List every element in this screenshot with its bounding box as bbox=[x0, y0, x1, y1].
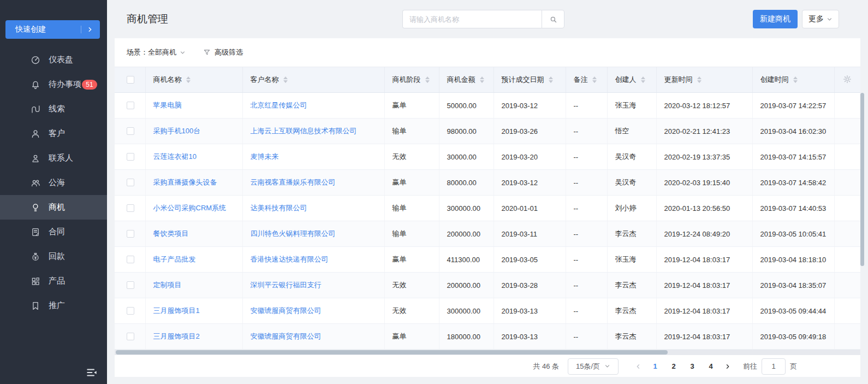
row-checkbox[interactable] bbox=[127, 204, 134, 212]
sidebar-item-opportunity[interactable]: 商机 bbox=[0, 195, 107, 220]
row-checkbox[interactable] bbox=[127, 179, 134, 186]
gear-icon[interactable] bbox=[843, 75, 852, 84]
caret-up-icon[interactable] bbox=[549, 76, 553, 79]
sort-control[interactable] bbox=[793, 76, 798, 83]
cell-text-expected_date: 2019-03-20 bbox=[502, 153, 538, 161]
caret-up-icon[interactable] bbox=[283, 76, 288, 79]
cell-text-expected_date: 2019-03-11 bbox=[502, 230, 538, 238]
opportunity-name-link[interactable]: 小米公司采购CRM系统 bbox=[153, 204, 227, 212]
collapse-sidebar-icon[interactable] bbox=[85, 367, 98, 379]
sidebar-item-dashboard[interactable]: 仪表盘 bbox=[0, 48, 107, 72]
quick-create-button[interactable]: 快速创建 bbox=[5, 20, 100, 39]
create-opportunity-button[interactable]: 新建商机 bbox=[753, 10, 798, 28]
opportunity-name-link[interactable]: 三月服饰项目1 bbox=[153, 306, 200, 315]
opportunity-name-link[interactable]: 三月服饰项目2 bbox=[153, 332, 200, 340]
chevron-right-icon[interactable] bbox=[87, 26, 93, 33]
caret-down-icon[interactable] bbox=[283, 80, 288, 83]
customer-name-link[interactable]: 云南视客直播娱乐有限公司 bbox=[251, 178, 336, 186]
horizontal-scrollbar-thumb[interactable] bbox=[116, 350, 668, 355]
caret-up-icon[interactable] bbox=[186, 76, 191, 79]
caret-up-icon[interactable] bbox=[697, 76, 701, 79]
row-checkbox[interactable] bbox=[127, 102, 134, 109]
select-all-checkbox[interactable] bbox=[127, 76, 134, 84]
row-checkbox[interactable] bbox=[127, 307, 134, 315]
caret-up-icon[interactable] bbox=[793, 76, 798, 79]
sort-control[interactable] bbox=[697, 76, 701, 83]
row-checkbox[interactable] bbox=[127, 127, 134, 135]
sidebar-item-product[interactable]: 产品 bbox=[0, 269, 107, 293]
page-number-2[interactable]: 2 bbox=[664, 358, 683, 375]
sort-control[interactable] bbox=[425, 76, 430, 83]
row-checkbox[interactable] bbox=[127, 256, 134, 263]
column-header-label: 商机阶段 bbox=[393, 75, 421, 85]
sort-control[interactable] bbox=[283, 76, 288, 83]
cell-customer: 四川特色火锅料理有限公司 bbox=[242, 221, 384, 247]
sidebar-item-promotion[interactable]: 推广 bbox=[0, 293, 107, 318]
caret-down-icon[interactable] bbox=[186, 80, 191, 83]
customer-name-link[interactable]: 北京红星传媒公司 bbox=[251, 101, 307, 109]
customer-name-link[interactable]: 上海云上互联网信息技术有限公司 bbox=[251, 127, 357, 135]
customer-name-link[interactable]: 安徽琥服商贸有限公司 bbox=[251, 332, 322, 340]
cell-text-created: 2019-03-04 18:18:10 bbox=[760, 256, 827, 264]
cell-text-creator: 李云杰 bbox=[615, 306, 637, 315]
opportunity-name-link[interactable]: 采购手机100台 bbox=[153, 127, 201, 135]
sort-control[interactable] bbox=[549, 76, 553, 83]
sort-control[interactable] bbox=[592, 76, 597, 83]
goto-page-input[interactable] bbox=[762, 358, 786, 375]
cell-created: 2019-03-05 09:49:18 bbox=[752, 324, 834, 350]
sidebar-item-pool[interactable]: 公海 bbox=[0, 170, 107, 195]
caret-up-icon[interactable] bbox=[425, 76, 430, 79]
vertical-scrollbar-thumb[interactable] bbox=[860, 93, 864, 266]
opportunity-table: 商机名称客户名称商机阶段商机金额预计成交日期备注创建人更新时间创建时间 苹果电脑… bbox=[115, 67, 860, 350]
search-button[interactable] bbox=[542, 10, 564, 28]
page-number-3[interactable]: 3 bbox=[683, 358, 701, 375]
page-number-4[interactable]: 4 bbox=[701, 358, 720, 375]
caret-down-icon[interactable] bbox=[425, 80, 430, 83]
opportunity-name-link[interactable]: 餐饮类项目 bbox=[153, 229, 189, 238]
customer-name-link[interactable]: 深圳平云银行福田支行 bbox=[251, 281, 322, 289]
caret-down-icon[interactable] bbox=[549, 80, 553, 83]
caret-down-icon[interactable] bbox=[592, 80, 597, 83]
caret-up-icon[interactable] bbox=[480, 76, 484, 79]
horizontal-scrollbar[interactable] bbox=[115, 350, 860, 355]
page-number-1[interactable]: 1 bbox=[646, 358, 664, 375]
caret-up-icon[interactable] bbox=[641, 76, 645, 79]
row-checkbox[interactable] bbox=[127, 333, 134, 340]
row-checkbox[interactable] bbox=[127, 281, 134, 289]
sidebar-item-leads[interactable]: 线索 bbox=[0, 97, 107, 121]
customer-name-link[interactable]: 安徽琥服商贸有限公司 bbox=[251, 306, 322, 315]
advanced-filter-button[interactable]: 高级筛选 bbox=[203, 48, 243, 57]
sidebar-item-customer[interactable]: 客户 bbox=[0, 121, 107, 146]
more-button[interactable]: 更多 bbox=[802, 10, 839, 28]
sort-control[interactable] bbox=[641, 76, 645, 83]
sidebar-item-payment[interactable]: 回款 bbox=[0, 244, 107, 269]
sidebar-item-label: 联系人 bbox=[49, 153, 73, 163]
opportunity-name-link[interactable]: 定制项目 bbox=[153, 281, 182, 289]
next-page-button[interactable] bbox=[720, 363, 735, 370]
sort-control[interactable] bbox=[186, 76, 191, 83]
opportunity-name-link[interactable]: 采购直播摄像头设备 bbox=[153, 178, 217, 186]
customer-name-link[interactable]: 达美科技有限公司 bbox=[251, 204, 307, 212]
customer-name-link[interactable]: 麦博未来 bbox=[251, 152, 279, 161]
sidebar-item-todo[interactable]: 待办事项51 bbox=[0, 72, 107, 97]
prev-page-button[interactable] bbox=[631, 363, 646, 370]
sidebar-item-contract[interactable]: 合同 bbox=[0, 220, 107, 244]
search-input[interactable] bbox=[402, 10, 542, 28]
caret-down-icon[interactable] bbox=[697, 80, 701, 83]
scene-filter-dropdown[interactable]: 场景：全部商机 bbox=[127, 48, 186, 57]
cell-created: 2019-03-07 14:15:57 bbox=[752, 144, 834, 170]
caret-down-icon[interactable] bbox=[641, 80, 645, 83]
sidebar-item-contact[interactable]: 联系人 bbox=[0, 146, 107, 170]
caret-up-icon[interactable] bbox=[592, 76, 597, 79]
row-checkbox[interactable] bbox=[127, 153, 134, 161]
customer-name-link[interactable]: 香港快速达快递有限公司 bbox=[251, 255, 329, 263]
sort-control[interactable] bbox=[480, 76, 484, 83]
caret-down-icon[interactable] bbox=[793, 80, 798, 83]
opportunity-name-link[interactable]: 苹果电脑 bbox=[153, 101, 182, 109]
customer-name-link[interactable]: 四川特色火锅料理有限公司 bbox=[251, 229, 336, 238]
opportunity-name-link[interactable]: 电子产品批发 bbox=[153, 255, 196, 263]
opportunity-name-link[interactable]: 云莲连衣裙10 bbox=[153, 152, 197, 161]
caret-down-icon[interactable] bbox=[480, 80, 484, 83]
row-checkbox[interactable] bbox=[127, 230, 134, 238]
page-size-select[interactable]: 15条/页 bbox=[568, 358, 619, 375]
